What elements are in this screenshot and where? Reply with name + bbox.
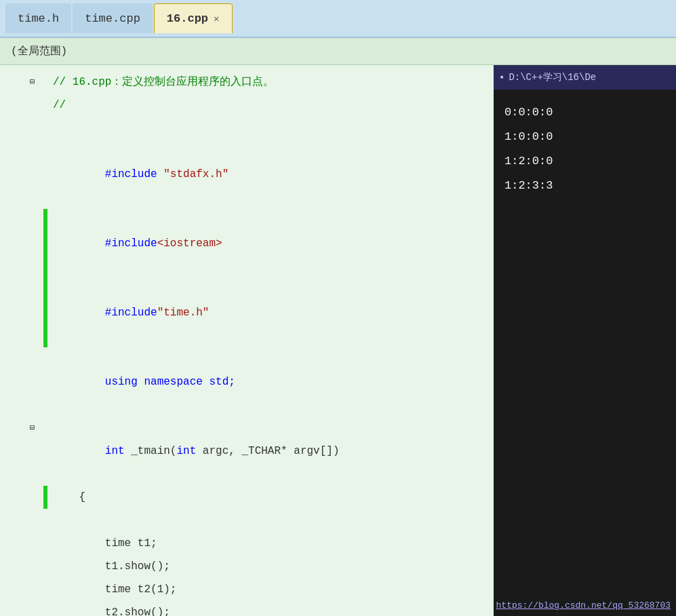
code-line-2: // (0, 94, 494, 117)
line-content-12: t1.show(); (47, 555, 494, 578)
tab-label-time-cpp: time.cpp (85, 12, 140, 25)
line-gutter-8: ⊟ (0, 417, 43, 440)
param-argc: argc, _TCHAR* argv[]) (196, 445, 339, 457)
string-timeh: "time.h" (157, 307, 210, 319)
kw-using: using namespace std; (105, 376, 235, 388)
code-editor[interactable]: ⊟ // 16.cpp：定义控制台应用程序的入口点。 // #include "… (0, 65, 494, 616)
code-line-11: time t1; (0, 532, 494, 555)
code-line-1: ⊟ // 16.cpp：定义控制台应用程序的入口点。 (0, 71, 494, 94)
code-line-4: #include "stdafx.h" (0, 140, 494, 209)
collapse-icon-2[interactable]: ⊟ (30, 417, 41, 440)
string-iostream: <iostream> (157, 237, 222, 250)
code-line-3 (0, 117, 494, 140)
line-content-10 (47, 509, 494, 532)
line-content-6: #include"time.h" (47, 278, 494, 347)
tab-time-cpp[interactable]: time.cpp (73, 3, 153, 33)
tab-bar: time.h time.cpp 16.cpp ✕ (0, 0, 676, 38)
line-gutter-1: ⊟ (0, 71, 43, 94)
line-content-13: time t2(1); (47, 578, 494, 601)
line-content-3 (47, 117, 494, 140)
code-line-14: t2.show(); (0, 601, 494, 616)
console-output: 0:0:0:0 1:0:0:0 1:2:0:0 1:2:3:3 (494, 90, 676, 616)
console-line-2: 1:0:0:0 (504, 125, 665, 149)
code-line-5: #include<iostream> (0, 209, 494, 278)
line-content-4: #include "stdafx.h" (47, 140, 494, 209)
string-stdafx: "stdafx.h" (163, 168, 228, 180)
console-line-1: 0:0:0:0 (504, 100, 665, 125)
line-content-7: using namespace std; (47, 347, 494, 417)
scope-bar: (全局范围) (0, 38, 676, 65)
console-line-4: 1:2:3:3 (504, 174, 665, 198)
console-title: D:\C++学习\16\De (509, 71, 596, 83)
func-tmain: _tmain( (125, 445, 177, 457)
line-content-1: // 16.cpp：定义控制台应用程序的入口点。 (47, 71, 494, 94)
console-line-3: 1:2:0:0 (504, 149, 665, 174)
line-content-2: // (47, 94, 494, 117)
console-panel: ▪ D:\C++学习\16\De 0:0:0:0 1:0:0:0 1:2:0:0… (494, 65, 676, 616)
scope-label: (全局范围) (11, 44, 67, 58)
code-line-9: { (0, 486, 494, 509)
line-content-9: { (47, 486, 494, 509)
line-content-11: time t1; (47, 532, 494, 555)
tab-label-time-h: time.h (18, 12, 59, 25)
tab-label-16-cpp: 16.cpp (167, 12, 208, 25)
tab-16-cpp[interactable]: 16.cpp ✕ (154, 3, 233, 33)
line-content-5: #include<iostream> (47, 209, 494, 278)
code-line-7: using namespace std; (0, 347, 494, 417)
line-content-14: t2.show(); (47, 601, 494, 616)
line-content-8: int _tmain(int argc, _TCHAR* argv[]) (47, 417, 494, 486)
kw-int: int (105, 445, 125, 457)
code-line-6: #include"time.h" (0, 278, 494, 347)
console-icon: ▪ (499, 72, 504, 83)
keyword-include-3: #include (105, 307, 157, 319)
keyword-include-1: #include (105, 168, 163, 180)
code-line-8: ⊟ int _tmain(int argc, _TCHAR* argv[]) (0, 417, 494, 486)
tab-close-icon[interactable]: ✕ (214, 13, 219, 24)
main-content: ⊟ // 16.cpp：定义控制台应用程序的入口点。 // #include "… (0, 65, 676, 616)
tab-time-h[interactable]: time.h (5, 3, 71, 33)
code-line-12: t1.show(); (0, 555, 494, 578)
code-line-10 (0, 509, 494, 532)
keyword-include-2: #include (105, 237, 157, 250)
console-title-bar: ▪ D:\C++学习\16\De (494, 65, 676, 90)
collapse-icon-1[interactable]: ⊟ (30, 71, 41, 94)
code-line-13: time t2(1); (0, 578, 494, 601)
kw-int2: int (176, 445, 196, 457)
console-link[interactable]: https://blog.csdn.net/qq_53268703 (496, 600, 671, 611)
